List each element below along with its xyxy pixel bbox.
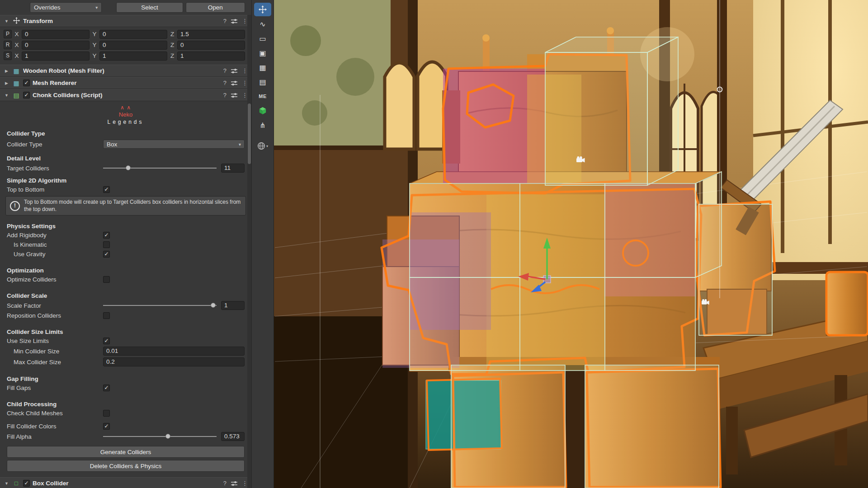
fill-gaps-checkbox[interactable]: [103, 385, 110, 391]
max-collider-size-field[interactable]: 0.2: [103, 357, 245, 366]
top-to-bottom-checkbox[interactable]: [103, 186, 110, 193]
scale-z-field[interactable]: 1: [177, 52, 245, 61]
z-label: Z: [170, 52, 175, 59]
unity-editor: Overrides ▾ Select Open ▼ Transform ? ⋮ …: [0, 0, 868, 488]
rotation-x-field[interactable]: 0: [22, 41, 90, 50]
help-icon[interactable]: ?: [223, 18, 226, 24]
spline-tool-button[interactable]: ∿: [254, 17, 271, 31]
preset-icon[interactable]: [231, 481, 237, 486]
chevron-down-icon: ▾: [239, 142, 241, 147]
help-icon[interactable]: ?: [223, 480, 226, 487]
transform-header[interactable]: ▼ Transform ? ⋮: [0, 15, 251, 27]
preset-icon[interactable]: [231, 68, 237, 74]
frame-tool-button[interactable]: ▣: [254, 46, 271, 60]
material-editor-button[interactable]: ME: [254, 89, 271, 103]
is-kinematic-row: Is Kinematic: [0, 240, 251, 249]
scale-x-field[interactable]: 1: [22, 52, 90, 61]
add-rigidbody-checkbox[interactable]: [103, 232, 110, 239]
fill-gaps-label: Fill Gaps: [7, 385, 103, 391]
chevron-down-icon: ▾: [266, 144, 268, 148]
rotation-y-field[interactable]: 0: [99, 41, 167, 50]
fill-alpha-field[interactable]: 0.573: [221, 432, 245, 441]
min-collider-size-field[interactable]: 0.01: [103, 347, 245, 356]
logo-name: Neko: [0, 111, 251, 118]
position-x-field[interactable]: 0: [22, 30, 90, 39]
mesh-filter-header[interactable]: ▶ ▦ Wooden Robot (Mesh Filter) ? ⋮: [0, 65, 251, 77]
scene-render: [274, 0, 868, 488]
position-z-field[interactable]: 1.5: [177, 30, 245, 39]
help-icon[interactable]: ?: [223, 92, 226, 99]
optimize-colliders-label: Optimize Colliders: [7, 276, 103, 283]
scale-factor-field[interactable]: 1: [221, 301, 245, 310]
rect-tool-button[interactable]: ▭: [254, 32, 271, 45]
grid-tool-button[interactable]: ▦: [254, 61, 271, 74]
preset-icon[interactable]: [231, 80, 237, 86]
box-collider-enabled-checkbox[interactable]: [23, 480, 30, 487]
optimize-colliders-row: Optimize Colliders: [0, 275, 251, 284]
target-colliders-row: Target Colliders 11: [0, 163, 251, 174]
foldout-icon[interactable]: ▼: [4, 19, 9, 23]
foldout-icon[interactable]: ▼: [4, 481, 9, 486]
script-icon: ▤: [12, 92, 20, 99]
help-icon[interactable]: ?: [223, 80, 226, 86]
collider-type-value: Box: [107, 141, 117, 148]
collider-type-dropdown[interactable]: Box ▾: [103, 140, 245, 149]
position-y-field[interactable]: 0: [99, 30, 167, 39]
foldout-icon[interactable]: ▼: [4, 93, 9, 98]
chonk-colliders-header[interactable]: ▼ ▤ Chonk Colliders (Script) ? ⋮: [0, 89, 251, 101]
fill-collider-colors-checkbox[interactable]: [103, 423, 110, 430]
target-colliders-field[interactable]: 11: [221, 164, 245, 173]
foldout-icon[interactable]: ▶: [4, 81, 9, 85]
overrides-dropdown[interactable]: Overrides ▾: [30, 2, 102, 13]
reposition-colliders-checkbox[interactable]: [103, 312, 110, 319]
is-kinematic-checkbox[interactable]: [103, 241, 110, 248]
optimize-colliders-checkbox[interactable]: [103, 276, 110, 283]
delete-colliders-button[interactable]: Delete Colliders & Physics: [7, 460, 245, 472]
transform-body: P X 0 Y 0 Z 1.5 R X 0 Y 0 Z 0 S X 1: [0, 27, 251, 65]
scale-mode-button[interactable]: S: [4, 52, 12, 60]
generate-colliders-button[interactable]: Generate Colliders: [7, 446, 245, 458]
gap-filling-section-header: Gap Filling: [0, 375, 251, 383]
info-help-box: ! Top to Bottom mode will create up to T…: [5, 196, 246, 216]
scene-view[interactable]: [274, 0, 868, 488]
mesh-renderer-header[interactable]: ▶ ▦ Mesh Renderer ? ⋮: [0, 77, 251, 89]
min-collider-size-row: Min Collider Size 0.01: [0, 346, 251, 357]
chonk-colliders-body: ∧ ∧ Neko Legends Collider Type Collider …: [0, 104, 251, 474]
select-button[interactable]: Select: [116, 2, 183, 13]
open-button[interactable]: Open: [186, 2, 245, 13]
use-size-limits-row: Use Size Limits: [0, 336, 251, 346]
target-colliders-slider[interactable]: [103, 164, 217, 173]
rotation-z-field[interactable]: 0: [177, 41, 245, 50]
cube-tool-button[interactable]: [254, 104, 271, 117]
help-icon[interactable]: ?: [223, 67, 226, 74]
preset-icon[interactable]: [231, 93, 237, 98]
scale-y-field[interactable]: 1: [99, 52, 167, 61]
foldout-icon[interactable]: ▶: [4, 69, 9, 73]
check-child-meshes-checkbox[interactable]: [103, 410, 110, 417]
rotation-mode-button[interactable]: R: [4, 41, 12, 49]
size-limits-section-header: Collider Size Limits: [0, 328, 251, 336]
fill-collider-colors-row: Fill Collider Colors: [0, 422, 251, 431]
check-child-meshes-label: Check Child Meshes: [7, 410, 103, 417]
chonk-enabled-checkbox[interactable]: [23, 92, 30, 99]
scrollbar-thumb[interactable]: [248, 103, 251, 164]
x-label: X: [14, 42, 19, 48]
add-rigidbody-label: Add Rigidbody: [7, 232, 103, 239]
use-size-limits-checkbox[interactable]: [103, 338, 110, 344]
scale-factor-row: Scale Factor 1: [0, 300, 251, 311]
box-collider-header[interactable]: ▼ □ Box Collider ? ⋮: [0, 477, 251, 488]
preset-icon[interactable]: [231, 19, 237, 24]
inspector-scrollbar[interactable]: [247, 15, 251, 488]
child-processing-section-header: Child Processing: [0, 401, 251, 408]
move-tool-button[interactable]: [254, 3, 271, 16]
list-tool-button[interactable]: ▤: [254, 75, 271, 89]
fill-alpha-slider[interactable]: [103, 432, 217, 441]
rig-tool-button[interactable]: ⋔: [254, 118, 271, 132]
scale-factor-slider[interactable]: [103, 301, 217, 310]
scale-factor-label: Scale Factor: [7, 302, 103, 309]
bounds-handle[interactable]: [717, 87, 722, 92]
mesh-renderer-enabled-checkbox[interactable]: [23, 80, 30, 86]
world-menu-button[interactable]: ▾: [254, 139, 271, 153]
position-mode-button[interactable]: P: [4, 30, 12, 38]
use-gravity-checkbox[interactable]: [103, 251, 110, 258]
